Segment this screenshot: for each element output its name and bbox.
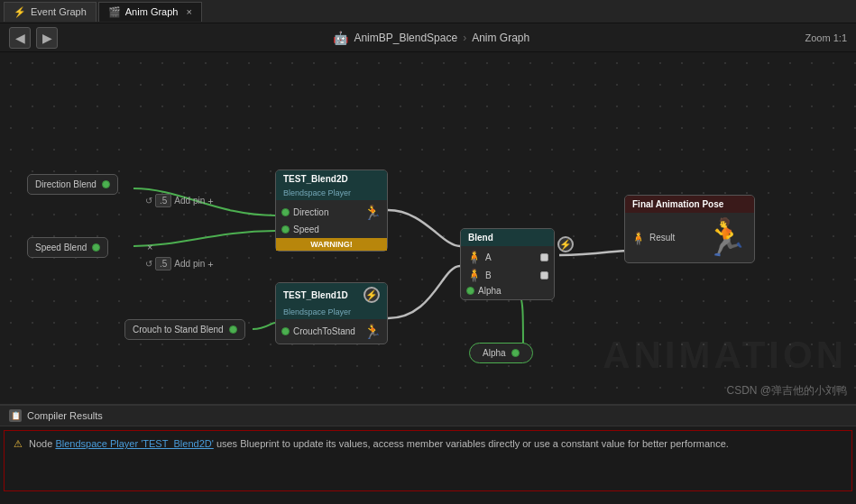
crouch-label: CrouchToStand <box>293 326 355 336</box>
compiler-body: ⚠ Node Blendspace Player 'TEST_Blend2D' … <box>4 430 852 491</box>
alpha-node[interactable]: Alpha <box>469 343 533 363</box>
toolbar: ◀ ▶ 🤖 AnimBP_BlendSpace › Anim Graph Zoo… <box>0 23 856 52</box>
speed-label: Speed <box>293 225 319 234</box>
final-result-label: Result <box>649 233 675 243</box>
compiler-panel: 📋 Compiler Results ⚠ Node Blendspace Pla… <box>0 404 856 495</box>
final-human-icon: 🧍 <box>630 231 646 245</box>
direction-pin-in <box>281 208 290 216</box>
blend-alpha-row: Alpha <box>466 286 548 296</box>
speed-addpin-label[interactable]: Add pin <box>174 259 205 269</box>
blend-a-label: A <box>485 252 492 262</box>
back-icon: ◀ <box>15 31 25 45</box>
blend-body: 🧍 A 🧍 B Alpha <box>461 246 554 299</box>
blend-lightning: ⚡ <box>557 236 574 252</box>
test-blend2d-warning: WARNING! <box>276 238 387 251</box>
csdn-watermark: CSDN @弹吉他的小刘鸭 <box>726 383 847 399</box>
canvas: Direction Blend ↺ .5 Add pin + Speed Ble… <box>0 52 856 404</box>
alpha-pin-out <box>511 349 520 357</box>
tab-event-graph[interactable]: ⚡ Event Graph <box>4 2 97 22</box>
breadcrumb-sep: › <box>463 32 466 44</box>
speed-blend-pin <box>92 243 100 252</box>
compiler-warning-icon: ⚠ <box>14 438 23 449</box>
blend-a-human: 🧍 <box>466 250 482 264</box>
speed-loop-icon: ↺ <box>145 259 152 269</box>
compiler-message-prefix: Node <box>29 438 55 449</box>
test-blend1d-body: CrouchToStand 🏃 <box>276 319 387 344</box>
crouch-blend-label: Crouch to Stand Blend <box>133 325 224 334</box>
speed-blend-node[interactable]: Speed Blend <box>27 237 108 258</box>
anim-graph-icon: 🎬 <box>108 6 121 18</box>
test-blend1d-node[interactable]: TEST_Blend1D ⚡ Blendspace Player CrouchT… <box>275 282 388 344</box>
final-pose-node[interactable]: Final Animation Pose 🧍 Result 🏃 <box>624 195 755 263</box>
crouch-blend-pin <box>229 325 237 334</box>
breadcrumb-icon: 🤖 <box>333 31 348 45</box>
final-pose-body: 🧍 Result 🏃 <box>625 213 754 262</box>
animation-watermark: ANIMATION <box>603 334 847 377</box>
tab-bar: ⚡ Event Graph 🎬 Anim Graph × <box>0 0 856 23</box>
test-blend2d-header: TEST_Blend2D <box>276 170 387 188</box>
crouch-blend-node[interactable]: Crouch to Stand Blend <box>124 319 245 340</box>
blend2d-human-icon: 🏃 <box>364 204 382 221</box>
compiler-header-icon: 📋 <box>9 409 22 422</box>
blend-node[interactable]: Blend 🧍 A 🧍 B Alpha <box>460 228 555 300</box>
test-blend2d-body: Direction 🏃 Speed <box>276 200 387 238</box>
blend-a-pin <box>540 253 548 261</box>
test-blend1d-header: TEST_Blend1D ⚡ <box>276 283 387 307</box>
test-blend1d-crouch-row: CrouchToStand 🏃 <box>281 323 382 340</box>
direction-blend-node[interactable]: Direction Blend <box>27 174 118 195</box>
direction-blend-label: Direction Blend <box>35 179 97 189</box>
direction-addpin-label[interactable]: Add pin <box>174 196 205 206</box>
test-blend2d-node[interactable]: TEST_Blend2D Blendspace Player Direction… <box>275 170 388 252</box>
final-pose-header: Final Animation Pose <box>625 196 754 213</box>
blend-b-label: B <box>485 270 492 280</box>
speed-pin-in <box>281 225 290 234</box>
forward-icon: ▶ <box>42 31 52 45</box>
blend1d-lightning: ⚡ <box>364 287 380 303</box>
final-result-row: 🧍 Result <box>630 231 675 245</box>
direction-addpin-row: ↺ .5 Add pin + <box>140 192 219 211</box>
tab-close-icon[interactable]: × <box>186 6 191 17</box>
blend1d-human-icon: 🏃 <box>364 323 382 340</box>
blend-alpha-pin <box>466 287 474 295</box>
final-pose-result-row: 🧍 Result <box>630 231 675 245</box>
direction-blend-pin <box>102 180 110 188</box>
speed-addpin-icon[interactable]: + <box>207 259 213 270</box>
test-blend2d-direction-row: Direction 🏃 <box>281 204 382 221</box>
crouch-pin-in <box>281 327 290 335</box>
compiler-header: 📋 Compiler Results <box>0 406 856 426</box>
blend-alpha-label: Alpha <box>478 286 502 296</box>
direction-loop-icon: ↺ <box>145 196 152 206</box>
direction-label: Direction <box>293 207 328 217</box>
breadcrumb-path2: Anim Graph <box>472 32 529 44</box>
breadcrumb-path1: AnimBP_BlendSpace <box>354 32 457 44</box>
alpha-label: Alpha <box>483 348 506 358</box>
compiler-header-label: Compiler Results <box>27 410 103 421</box>
test-blend2d-speed-row: Speed <box>281 225 382 234</box>
speed-x-btn[interactable]: × <box>147 242 152 252</box>
event-graph-icon: ⚡ <box>14 6 26 18</box>
blend-header: Blend <box>461 229 554 246</box>
breadcrumb: 🤖 AnimBP_BlendSpace › Anim Graph <box>63 31 800 45</box>
speed-value: .5 <box>155 257 171 270</box>
compiler-message-suffix: uses Blueprint to update its values, acc… <box>214 438 729 449</box>
direction-value: .5 <box>155 194 171 207</box>
direction-addpin-icon[interactable]: + <box>207 196 213 206</box>
speed-addpin-row: ↺ .5 Add pin + <box>140 255 219 274</box>
compiler-node-link[interactable]: Blendspace Player 'TEST_Blend2D' <box>55 438 213 449</box>
test-blend2d-subheader: Blendspace Player <box>276 188 387 200</box>
speed-blend-label: Speed Blend <box>35 243 87 252</box>
blend-b-row: 🧍 B <box>466 268 548 282</box>
test-blend1d-subheader: Blendspace Player <box>276 307 387 319</box>
back-button[interactable]: ◀ <box>9 27 31 49</box>
blend-b-human: 🧍 <box>466 268 482 282</box>
forward-button[interactable]: ▶ <box>36 27 58 49</box>
blend-b-pin <box>540 271 548 279</box>
final-runner-icon: 🏃 <box>704 216 749 259</box>
zoom-label: Zoom 1:1 <box>805 32 847 43</box>
blend-a-row: 🧍 A <box>466 250 548 264</box>
tab-anim-graph[interactable]: 🎬 Anim Graph × <box>98 2 202 22</box>
